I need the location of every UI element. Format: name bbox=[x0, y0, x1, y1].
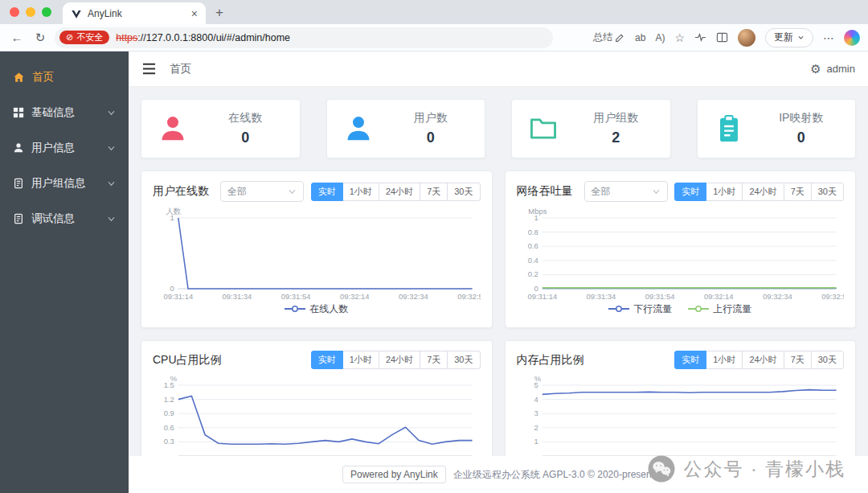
back-icon[interactable]: ← bbox=[8, 31, 26, 44]
range-button[interactable]: 1小时 bbox=[342, 351, 379, 369]
gear-icon[interactable]: ⚙ bbox=[810, 62, 821, 76]
range-button[interactable]: 1小时 bbox=[706, 351, 743, 369]
read-aloud-icon[interactable]: A) bbox=[655, 32, 665, 43]
translate-icon[interactable]: ab bbox=[635, 32, 645, 43]
sidebar-item-user-group-info[interactable]: 用户组信息 bbox=[0, 166, 129, 201]
range-button[interactable]: 实时 bbox=[311, 183, 343, 201]
range-button[interactable]: 实时 bbox=[674, 351, 706, 369]
sidebar-item-debug-info[interactable]: 调试信息 bbox=[0, 201, 129, 236]
home-icon bbox=[13, 72, 25, 84]
chart-plot: Mbps00.20.40.60.8109:31:1409:31:3409:31:… bbox=[517, 207, 845, 302]
chart-title: 内存占用比例 bbox=[517, 353, 584, 368]
range-button[interactable]: 1小时 bbox=[706, 183, 743, 201]
person-icon bbox=[141, 113, 204, 144]
chart-legend: 下行流量上行流量 bbox=[517, 302, 845, 316]
sidebar-item-home[interactable]: 首页 bbox=[0, 60, 129, 95]
svg-text:0.6: 0.6 bbox=[164, 423, 174, 432]
range-button[interactable]: 24小时 bbox=[379, 351, 420, 369]
range-button-group: 实时1小时24小时7天30天 bbox=[674, 183, 844, 201]
copilot-icon[interactable] bbox=[844, 30, 860, 46]
range-button[interactable]: 30天 bbox=[811, 183, 844, 201]
range-button[interactable]: 30天 bbox=[447, 183, 480, 201]
range-button[interactable]: 实时 bbox=[674, 183, 706, 201]
breadcrumb: 首页 bbox=[170, 62, 191, 76]
chart-legend: 在线人数 bbox=[153, 302, 481, 316]
svg-text:3: 3 bbox=[534, 409, 538, 417]
svg-text:09:31:34: 09:31:34 bbox=[586, 292, 616, 301]
folder-icon bbox=[512, 113, 575, 144]
new-tab-button[interactable]: + bbox=[215, 6, 223, 19]
stat-value: 0 bbox=[760, 129, 843, 146]
stat-value: 0 bbox=[390, 129, 473, 146]
chart-title: 用户在线数 bbox=[153, 184, 209, 199]
range-button[interactable]: 7天 bbox=[784, 351, 812, 369]
range-button[interactable]: 30天 bbox=[811, 351, 844, 369]
toolbar-actions: 总结 ab A) ☆ 更新 ⋯ bbox=[593, 28, 860, 47]
chart-header: 网络吞吐量全部实时1小时24小时7天30天 bbox=[517, 181, 845, 202]
chart-plot: %0.30.60.91.21.509:31:1409:31:3409:31:54… bbox=[153, 374, 481, 469]
range-button[interactable]: 7天 bbox=[420, 183, 448, 201]
sidebar-item-user-info[interactable]: 用户信息 bbox=[0, 130, 129, 166]
range-button[interactable]: 1小时 bbox=[342, 183, 379, 201]
stat-info: 用户数0 bbox=[390, 111, 485, 146]
browser-tab-bar: AnyLink × + bbox=[0, 0, 868, 24]
update-button[interactable]: 更新 bbox=[765, 28, 813, 47]
legend-item[interactable]: 在线人数 bbox=[285, 302, 348, 316]
range-button[interactable]: 7天 bbox=[420, 351, 448, 369]
sidebar-item-label: 基础信息 bbox=[31, 105, 75, 120]
sidebar-item-basic-info[interactable]: 基础信息 bbox=[0, 95, 129, 130]
svg-text:0.9: 0.9 bbox=[164, 409, 174, 417]
legend-label: 下行流量 bbox=[633, 302, 672, 316]
favorites-star-icon[interactable]: ☆ bbox=[674, 31, 685, 44]
browser-tab[interactable]: AnyLink × bbox=[63, 2, 206, 24]
url-text: https://127.0.0.1:8800/ui/#/admin/home bbox=[116, 32, 290, 43]
browser-essentials-icon[interactable] bbox=[694, 31, 706, 43]
svg-text:0.3: 0.3 bbox=[164, 437, 174, 446]
stat-card-user-count: 用户数0 bbox=[326, 99, 486, 158]
close-window-button[interactable] bbox=[10, 7, 19, 17]
minimize-window-button[interactable] bbox=[26, 7, 35, 17]
chart-card: 用户在线数全部实时1小时24小时7天30天人数0109:31:1409:31:3… bbox=[141, 170, 493, 328]
stat-card-ip-map-count: IP映射数0 bbox=[697, 99, 857, 158]
range-button[interactable]: 24小时 bbox=[379, 183, 420, 201]
powered-by-badge: Powered by AnyLink bbox=[342, 466, 446, 483]
username[interactable]: admin bbox=[827, 63, 855, 75]
svg-text:0.2: 0.2 bbox=[527, 269, 538, 278]
main-area: 首页 ⚙ admin 在线数0用户数0用户组数2IP映射数0 用户在线数全部实时… bbox=[129, 51, 868, 493]
profile-avatar[interactable] bbox=[738, 29, 755, 47]
sidebar-collapse-icon[interactable] bbox=[141, 62, 157, 76]
range-button[interactable]: 实时 bbox=[311, 351, 343, 369]
select-value: 全部 bbox=[227, 185, 247, 199]
browser-toolbar: ← ↻ ⊘ 不安全 https://127.0.0.1:8800/ui/#/ad… bbox=[0, 24, 868, 51]
stats-row: 在线数0用户数0用户组数2IP映射数0 bbox=[141, 99, 856, 158]
range-button[interactable]: 24小时 bbox=[742, 351, 784, 369]
range-button-group: 实时1小时24小时7天30天 bbox=[674, 351, 844, 369]
more-menu-icon[interactable]: ⋯ bbox=[823, 31, 834, 44]
range-button[interactable]: 24小时 bbox=[742, 183, 784, 201]
split-screen-icon[interactable] bbox=[716, 31, 728, 43]
svg-text:09:31:14: 09:31:14 bbox=[527, 292, 557, 301]
blocked-icon: ⊘ bbox=[66, 32, 73, 43]
chart-header: 内存占用比例实时1小时24小时7天30天 bbox=[517, 351, 845, 369]
summary-button[interactable]: 总结 bbox=[593, 31, 625, 44]
maximize-window-button[interactable] bbox=[42, 7, 51, 17]
refresh-icon[interactable]: ↻ bbox=[31, 31, 49, 45]
svg-text:0.4: 0.4 bbox=[527, 256, 538, 265]
chart-header: CPU占用比例实时1小时24小时7天30天 bbox=[153, 351, 481, 369]
range-button[interactable]: 30天 bbox=[447, 351, 480, 369]
legend-item[interactable]: 上行流量 bbox=[688, 302, 751, 316]
legend-item[interactable]: 下行流量 bbox=[608, 302, 672, 316]
tab-close-icon[interactable]: × bbox=[191, 8, 198, 19]
stat-info: 在线数0 bbox=[204, 111, 300, 146]
dashboard-content: 在线数0用户数0用户组数2IP映射数0 用户在线数全部实时1小时24小时7天30… bbox=[129, 87, 868, 493]
chart-title: 网络吞吐量 bbox=[517, 184, 573, 199]
time-range-select[interactable]: 全部 bbox=[220, 181, 304, 202]
address-bar[interactable]: ⊘ 不安全 https://127.0.0.1:8800/ui/#/admin/… bbox=[55, 27, 553, 48]
update-label: 更新 bbox=[774, 31, 793, 44]
range-button[interactable]: 7天 bbox=[784, 183, 812, 201]
time-range-select[interactable]: 全部 bbox=[584, 181, 668, 202]
svg-text:09:32:14: 09:32:14 bbox=[340, 292, 370, 301]
svg-text:09:31:14: 09:31:14 bbox=[163, 292, 193, 301]
not-secure-badge[interactable]: ⊘ 不安全 bbox=[59, 31, 109, 44]
sidebar-menu: 首页基础信息用户信息用户组信息调试信息 bbox=[0, 60, 129, 236]
